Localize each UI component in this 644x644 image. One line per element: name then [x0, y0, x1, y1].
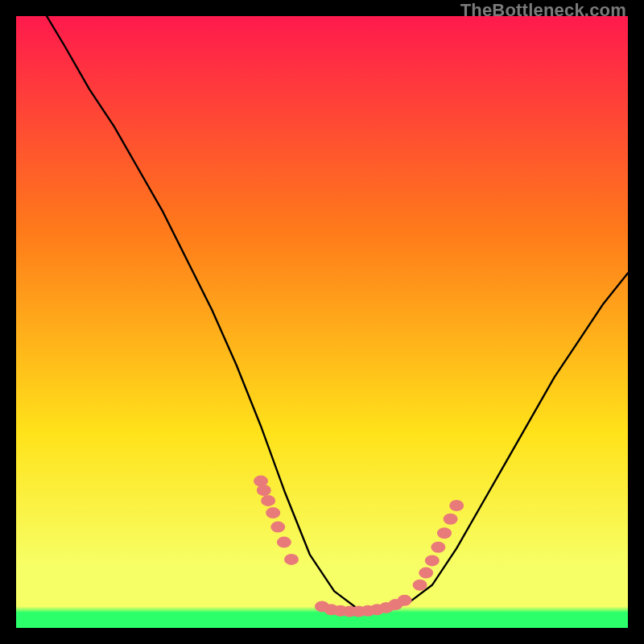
chart-frame	[16, 16, 628, 628]
watermark-text: TheBottleneck.com	[460, 0, 626, 21]
chart-canvas	[16, 16, 628, 628]
